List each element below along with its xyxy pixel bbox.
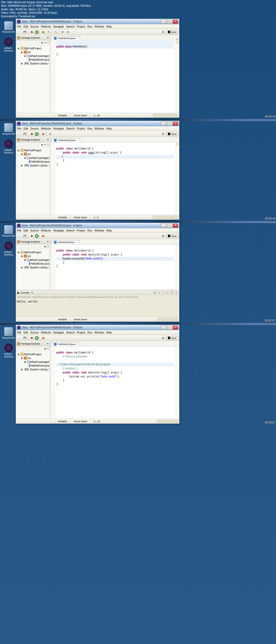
status-icon[interactable] — [166, 114, 170, 117]
run-button[interactable]: ▶ — [35, 30, 39, 34]
project-tree[interactable]: ▣MyFirstProject ▣src ▣(default package) … — [16, 45, 50, 113]
code-editor[interactable]: public class HelloWorld { // This is a c… — [55, 346, 175, 419]
editor-overview-ruler[interactable] — [175, 40, 179, 113]
eclipse-shortcut-icon[interactable]: eclipse - Shortcut — [2, 241, 15, 256]
code-editor[interactable]: public class HelloWorld { } — [55, 40, 175, 113]
menu-source[interactable]: Source — [30, 127, 39, 130]
menu-run[interactable]: Run — [87, 127, 92, 130]
menu-project[interactable]: Project — [77, 25, 85, 28]
status-insert: Smart Insert — [70, 114, 90, 117]
save-button[interactable]: 💾 — [22, 30, 27, 35]
new-button[interactable]: 📄 — [17, 30, 22, 35]
status-icon[interactable] — [161, 114, 165, 117]
new-button[interactable]: 📄 — [17, 132, 22, 137]
menu-refactor[interactable]: Refactor — [41, 127, 51, 130]
view-menu-icon[interactable]: ▽ — [47, 42, 49, 44]
menu-search[interactable]: Search — [66, 127, 75, 130]
code-editor[interactable]: public class HelloWorld { public static … — [55, 142, 175, 215]
menu-file[interactable]: File — [17, 127, 21, 130]
maximize-button[interactable]: □ — [167, 121, 172, 126]
tree-project[interactable]: ▣MyFirstProject — [16, 46, 49, 50]
open-perspective-button[interactable]: ⊞ — [161, 132, 165, 137]
menu-navigate[interactable]: Navigate — [53, 127, 64, 130]
nav-back-button[interactable]: ⬅ — [60, 30, 65, 35]
menu-file[interactable]: File — [17, 25, 21, 28]
java-perspective-button[interactable]: 🅹 Java — [166, 30, 178, 34]
package-explorer-view: Package Explorer✕ ⇆⇔▽ ▣MyFirstProject ▣s… — [16, 137, 50, 215]
maximize-button[interactable]: □ — [167, 19, 172, 24]
menu-help[interactable]: Help — [106, 25, 112, 28]
recycle-bin-icon[interactable]: Recycle Bin — [2, 123, 15, 135]
menu-run[interactable]: Run — [87, 25, 92, 28]
view-close-icon[interactable]: ✕ — [47, 138, 49, 141]
scroll-lock-button[interactable]: 🔒 — [166, 291, 170, 295]
eclipse-shortcut-icon[interactable]: eclipse - Shortcut — [2, 38, 15, 52]
close-button[interactable]: ✕ — [173, 19, 178, 24]
tree-file[interactable]: HelloWorld.java — [16, 58, 49, 62]
recycle-bin-icon[interactable]: Recycle Bin — [2, 327, 15, 339]
menu-project[interactable]: Project — [77, 127, 85, 130]
menu-refactor[interactable]: Refactor — [41, 25, 51, 28]
remove-launch-button[interactable]: ✕ — [157, 291, 161, 295]
terminate-button[interactable]: ■ — [153, 291, 157, 295]
menu-source[interactable]: Source — [30, 25, 39, 28]
tree-jre[interactable]: ▣JRE System Library [JavaSE-1.6] — [16, 62, 49, 65]
eclipse-shortcut-icon[interactable]: eclipse - Shortcut — [2, 343, 15, 358]
project-tree[interactable]: ▣MyFirstProject ▣src ▣(default package) … — [16, 147, 50, 215]
menu-help[interactable]: Help — [106, 127, 112, 130]
maximize-editor-icon[interactable]: ▭ — [176, 38, 178, 40]
console-icon: ▣ — [17, 291, 19, 294]
java-perspective-button[interactable]: 🅹 Java — [166, 132, 178, 136]
editor-tab[interactable]: *HelloWorld.java✕ — [51, 36, 80, 40]
tab-close-icon[interactable]: ✕ — [76, 37, 78, 39]
menu-edit[interactable]: Edit — [23, 127, 28, 130]
status-icon[interactable] — [170, 114, 174, 117]
display-console-button[interactable]: ▼ — [174, 291, 178, 295]
title-bar[interactable]: Java - MyFirstProject/src/HelloWorld.jav… — [16, 121, 179, 126]
menu-navigate[interactable]: Navigate — [53, 25, 64, 28]
open-type-button[interactable]: 🔍 — [53, 30, 58, 35]
size-info-line: Size: 33840000 bytes (32.27 MiB), durati… — [1, 4, 275, 8]
tree-package[interactable]: ▣(default package) — [16, 54, 49, 58]
new-package-button[interactable]: 📦 — [41, 30, 46, 35]
debug-button[interactable]: 🐞 — [29, 30, 34, 35]
title-bar[interactable]: Java - MyFirstProject/src/HelloWorld.jav… — [16, 19, 179, 24]
minimize-button[interactable]: _ — [161, 121, 166, 126]
recycle-bin-icon[interactable]: Recycle Bin — [2, 225, 15, 237]
app-icon — [17, 122, 21, 125]
console-output[interactable]: Hello, world! — [16, 299, 179, 304]
status-icon[interactable] — [174, 114, 178, 117]
editor-gutter[interactable] — [50, 40, 55, 113]
open-perspective-button[interactable]: ⊞ — [161, 30, 165, 35]
editor-tab[interactable]: *HelloWorld.java✕ — [51, 138, 80, 142]
pin-console-button[interactable]: 📌 — [170, 291, 174, 295]
status-icon[interactable] — [153, 114, 157, 117]
clear-console-button[interactable]: ▭ — [161, 291, 165, 295]
view-close-icon[interactable]: ✕ — [47, 36, 49, 39]
close-button[interactable]: ✕ — [173, 121, 178, 126]
code-editor[interactable]: public class HelloWorld { public static … — [55, 244, 175, 290]
nav-back-button[interactable]: ⬅ — [48, 132, 53, 137]
save-button[interactable]: 💾 — [22, 132, 27, 137]
title-bar[interactable]: Java - MyFirstProject/src/HelloWorld.jav… — [16, 223, 179, 228]
recycle-bin-icon[interactable]: Recycle Bin — [2, 21, 15, 33]
title-bar[interactable]: Java - MyFirstProject/src/HelloWorld.jav… — [16, 325, 179, 330]
menu-edit[interactable]: Edit — [23, 25, 28, 28]
new-class-button[interactable]: © — [46, 30, 51, 35]
toolbar: 📄💾🐞▶📦⬅ ⊞🅹 Java — [16, 131, 179, 137]
tree-src[interactable]: ▣src — [16, 50, 49, 54]
menu-window[interactable]: Window — [94, 25, 104, 28]
menu-window[interactable]: Window — [94, 127, 104, 130]
editor-gutter[interactable] — [50, 142, 55, 215]
run-button[interactable]: ▶ — [35, 132, 39, 136]
menu-search[interactable]: Search — [66, 25, 75, 28]
new-package-button[interactable]: 📦 — [41, 132, 46, 137]
status-icon[interactable] — [157, 114, 161, 117]
eclipse-shortcut-icon[interactable]: eclipse - Shortcut — [2, 139, 15, 154]
link-editor-icon[interactable]: ⇔ — [44, 42, 46, 44]
collapse-all-icon[interactable]: ⇆ — [41, 42, 43, 44]
status-bar: Writable Smart Insert 2 : 26 — [16, 113, 179, 118]
debug-button[interactable]: 🐞 — [29, 132, 34, 137]
nav-forward-button[interactable]: ➡ — [65, 30, 70, 35]
minimize-button[interactable]: _ — [161, 19, 166, 24]
